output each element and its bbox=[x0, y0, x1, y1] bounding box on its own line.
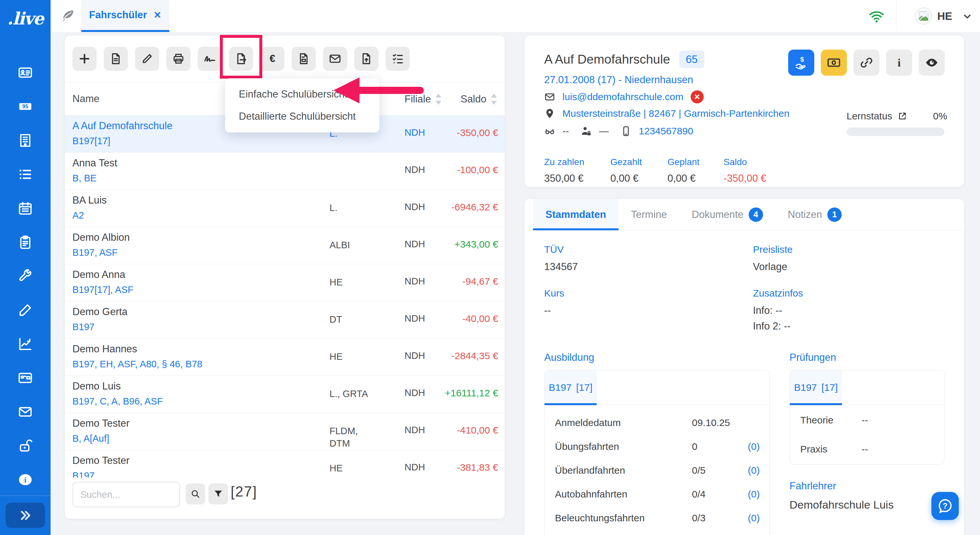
tab-notizen[interactable]: Notizen 1 bbox=[775, 199, 854, 230]
toolbar-button-print[interactable] bbox=[166, 47, 191, 71]
sidebar-item-badge-95[interactable]: 95 bbox=[0, 89, 51, 123]
user-initials[interactable]: HE bbox=[937, 10, 952, 22]
email-row: luis@ddemofahrschule.com ✕ bbox=[544, 90, 704, 103]
table-row[interactable]: Demo Anna B197[17], ASF HE NDH -94,67 € bbox=[65, 264, 505, 301]
row-license-classes[interactable]: B197, C, A, B96, ASF bbox=[72, 396, 163, 407]
row-student-name[interactable]: A Auf Demofahrschule bbox=[72, 120, 173, 132]
toolbar-button-file-invoice[interactable] bbox=[292, 47, 316, 71]
sort-icon[interactable] bbox=[435, 93, 442, 105]
row-student-name[interactable]: Demo Albion bbox=[72, 232, 130, 244]
chevron-down-icon[interactable] bbox=[963, 12, 972, 22]
tab-stammdaten[interactable]: Stammdaten bbox=[533, 199, 619, 230]
action-button-money-bill[interactable] bbox=[821, 49, 847, 76]
toolbar-button-file-export[interactable] bbox=[229, 47, 253, 71]
row-student-name[interactable]: Anna Test bbox=[72, 157, 117, 169]
row-filiale: NDH bbox=[404, 350, 425, 361]
external-link-icon[interactable] bbox=[897, 111, 907, 121]
sidebar-item-info[interactable]: i bbox=[0, 463, 51, 497]
row-license-classes[interactable]: B197[17] bbox=[72, 136, 110, 146]
pencil-icon bbox=[18, 303, 33, 318]
row-license-classes[interactable]: B197[17], ASF bbox=[72, 285, 134, 295]
action-button-hand-dollar[interactable]: $ bbox=[788, 49, 814, 76]
table-row[interactable]: Demo Hannes B197, EH, ASF, A80, § 46, B7… bbox=[65, 339, 505, 376]
row-student-name[interactable]: Demo Hannes bbox=[72, 343, 137, 355]
action-button-info-circle[interactable]: i bbox=[886, 49, 912, 76]
sidebar-item-clipboard[interactable] bbox=[0, 225, 51, 259]
tab-termine[interactable]: Termine bbox=[619, 199, 679, 230]
sidebar-item-credit-card[interactable] bbox=[0, 361, 51, 395]
field-tuv: TÜV 134567 bbox=[544, 244, 578, 273]
row-license-classes[interactable]: B197, EH, ASF, A80, § 46, B78 bbox=[72, 359, 202, 369]
pruefungen-card: B197[17] Theorie -- Praxis -- bbox=[789, 370, 945, 465]
toolbar-button-mail[interactable] bbox=[323, 47, 347, 71]
sidebar-item-chart-line[interactable] bbox=[0, 327, 51, 361]
row-license-classes[interactable]: B197 bbox=[72, 322, 95, 333]
tab-close-icon[interactable]: ✕ bbox=[154, 10, 161, 21]
row-student-name[interactable]: Demo Luis bbox=[72, 381, 121, 392]
sidebar-collapse-button[interactable] bbox=[6, 503, 45, 528]
pruefungen-tab-b197[interactable]: B197[17] bbox=[790, 370, 842, 405]
row-license-classes[interactable]: B, BE bbox=[72, 173, 97, 184]
row-student-name[interactable]: Demo Tester bbox=[72, 417, 129, 429]
column-header-name[interactable]: Name bbox=[72, 93, 100, 105]
help-chat-icon: ? bbox=[937, 497, 954, 514]
sidebar-item-pencil[interactable] bbox=[0, 293, 51, 327]
toolbar-button-file[interactable] bbox=[104, 47, 128, 71]
toolbar-button-tasks[interactable] bbox=[386, 47, 410, 71]
column-header-saldo[interactable]: Saldo bbox=[461, 93, 498, 105]
ausbildung-count-link[interactable]: (0) bbox=[748, 513, 760, 524]
table-row[interactable]: Demo Tester B, A[Auf] FLDM, DTM NDH -410… bbox=[65, 413, 505, 450]
avatar[interactable] bbox=[915, 8, 932, 24]
sidebar-item-envelope[interactable] bbox=[0, 395, 51, 429]
row-student-name[interactable]: Demo Gerta bbox=[72, 306, 127, 318]
row-student-name[interactable]: Demo Anna bbox=[72, 269, 125, 280]
sidebar-item-id-card[interactable] bbox=[0, 56, 51, 89]
row-license-classes[interactable]: B, A[Auf] bbox=[72, 433, 109, 444]
help-button[interactable]: ? bbox=[931, 492, 959, 520]
toolbar-button-add[interactable] bbox=[72, 47, 97, 71]
row-instructor: ALBI bbox=[329, 239, 372, 251]
envelope-icon bbox=[544, 91, 555, 102]
sidebar-item-calendar[interactable] bbox=[0, 191, 51, 225]
ausbildung-count-link[interactable]: (0) bbox=[748, 489, 760, 500]
table-row[interactable]: Anna Test B, BE NDH -100,00 € bbox=[65, 153, 505, 190]
ausbildung-tabbar: B197[17] bbox=[544, 370, 770, 405]
tab-dokumente[interactable]: Dokumente 4 bbox=[679, 199, 775, 230]
search-button[interactable] bbox=[186, 484, 205, 504]
toolbar-button-euro[interactable]: € bbox=[260, 47, 285, 71]
row-saldo: -381,83 € bbox=[457, 462, 498, 473]
tab-fahrschueler[interactable]: Fahrschüler ✕ bbox=[81, 0, 169, 32]
sidebar-item-wrench[interactable] bbox=[0, 259, 51, 293]
sort-icon[interactable] bbox=[490, 93, 498, 105]
phone-link[interactable]: 1234567890 bbox=[639, 126, 693, 137]
email-link[interactable]: luis@ddemofahrschule.com bbox=[562, 91, 684, 102]
action-button-eye[interactable] bbox=[919, 49, 945, 76]
toolbar-button-signature[interactable] bbox=[198, 47, 222, 71]
ausbildung-count-link[interactable]: (0) bbox=[748, 441, 760, 452]
topbar: Fahrschüler ✕ HE bbox=[51, 0, 980, 32]
sidebar-item-unlock[interactable] bbox=[0, 429, 51, 463]
toolbar-button-edit[interactable] bbox=[135, 47, 159, 71]
filter-button[interactable] bbox=[208, 484, 228, 504]
address-link[interactable]: Mustersteinstraße | 82467 | Garmisch-Par… bbox=[562, 108, 789, 119]
table-row[interactable]: Demo Albion B197, ASF ALBI NDH +343,00 € bbox=[65, 227, 505, 264]
export-menu-item-1[interactable]: Detaillierte Schulübersicht bbox=[225, 107, 379, 126]
table-row[interactable]: Demo Luis B197, C, A, B96, ASF L., GRTA … bbox=[65, 376, 505, 413]
svg-text:95: 95 bbox=[22, 103, 28, 109]
row-student-name[interactable]: Demo Tester bbox=[72, 455, 129, 467]
table-row[interactable]: BA Luis A2 L. NDH -6946,32 € bbox=[65, 190, 505, 227]
row-license-classes[interactable]: B197, ASF bbox=[72, 247, 118, 258]
ausbildung-count-link[interactable]: (0) bbox=[748, 465, 760, 476]
student-name: A Auf Demofahrschule 65 bbox=[544, 51, 704, 68]
fahrlehrer-value: Demofahrschule Luis bbox=[789, 498, 894, 511]
sidebar-item-list[interactable] bbox=[0, 157, 51, 191]
table-row[interactable]: Demo Gerta B197 DT NDH -40,00 € bbox=[65, 301, 505, 339]
toolbar-button-file-upload[interactable] bbox=[354, 47, 379, 71]
row-student-name[interactable]: BA Luis bbox=[72, 194, 107, 206]
row-filiale: NDH bbox=[404, 127, 425, 138]
search-input[interactable] bbox=[72, 482, 180, 507]
row-license-classes[interactable]: A2 bbox=[72, 210, 84, 221]
action-button-link[interactable] bbox=[853, 49, 880, 76]
ausbildung-tab-b197[interactable]: B197[17] bbox=[544, 370, 597, 405]
sidebar-item-building[interactable] bbox=[0, 123, 51, 157]
